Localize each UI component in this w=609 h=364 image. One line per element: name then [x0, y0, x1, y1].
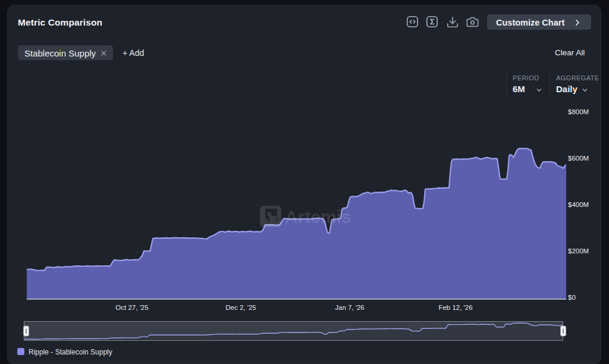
svg-text:Artemis: Artemis: [285, 207, 351, 227]
